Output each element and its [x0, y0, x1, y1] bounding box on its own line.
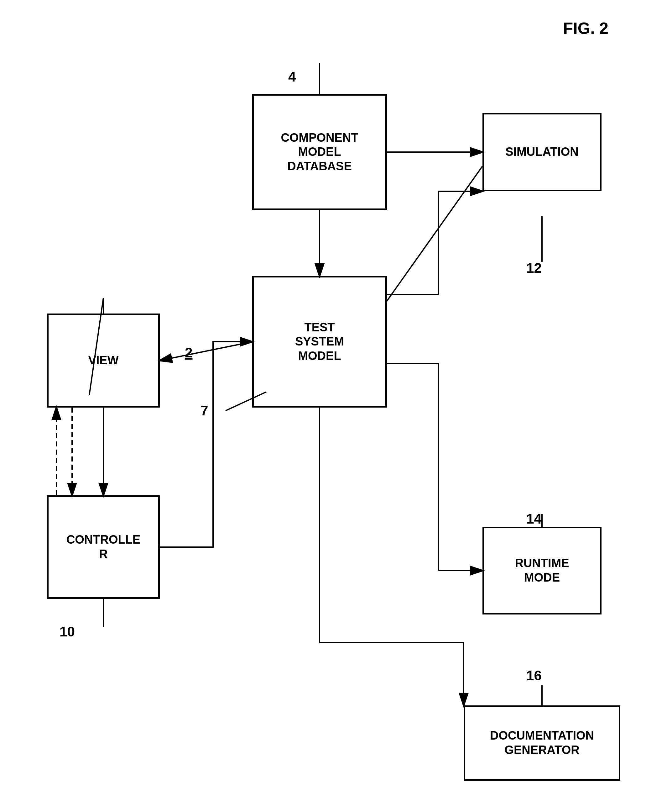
test-system-model-box: TEST SYSTEM MODEL — [252, 276, 387, 408]
node-12-label: 12 — [526, 260, 542, 276]
svg-line-9 — [160, 342, 252, 360]
node-4-label: 4 — [288, 69, 296, 85]
simulation-label: SIMULATION — [505, 145, 579, 159]
component-model-database-box: COMPONENT MODEL DATABASE — [252, 94, 387, 210]
node-10-label: 10 — [59, 624, 75, 640]
test-system-model-label: TEST SYSTEM MODEL — [295, 321, 344, 363]
view-label: VIEW — [88, 353, 119, 368]
svg-line-5 — [387, 166, 483, 301]
documentation-generator-label: DOCUMENTATION GENERATOR — [490, 729, 594, 757]
controller-box: CONTROLLE R — [47, 495, 160, 599]
node-7-label: 7 — [201, 403, 208, 418]
simulation-box: SIMULATION — [483, 113, 602, 191]
runtime-mode-box: RUNTIME MODE — [483, 527, 602, 615]
node-14-label: 14 — [526, 511, 542, 527]
component-model-database-label: COMPONENT MODEL DATABASE — [281, 131, 358, 174]
runtime-mode-label: RUNTIME MODE — [515, 556, 569, 585]
node-2-label: 2 — [185, 345, 192, 360]
node-2-underline: 2 — [185, 345, 192, 360]
documentation-generator-box: DOCUMENTATION GENERATOR — [464, 705, 620, 781]
controller-label: CONTROLLE R — [66, 533, 140, 561]
figure-label: FIG. 2 — [563, 19, 608, 38]
node-16-label: 16 — [526, 668, 542, 684]
view-box: VIEW — [47, 313, 160, 408]
